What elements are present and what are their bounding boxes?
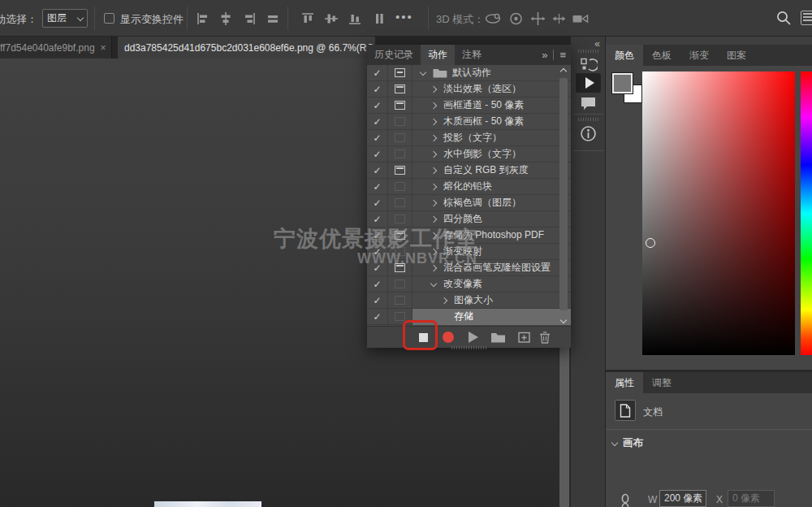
close-tab-icon[interactable]: × [101,42,106,54]
width-field[interactable]: 200 像素 [659,490,706,507]
dialog-toggle-icon[interactable] [395,166,405,175]
action-row-body[interactable]: 渐变映射 [412,244,571,260]
align-middle-horizontal-icon[interactable] [323,11,339,27]
action-row[interactable]: ✓自定义 RGB 到灰度 [367,162,571,179]
action-row[interactable]: ✓熔化的铅块 [367,179,571,195]
toggle-dialog-cell[interactable] [388,179,412,195]
panel-menu-icon[interactable]: ≡ [559,49,566,61]
tab-patterns[interactable]: 图案 [718,45,755,66]
chevron-right-icon[interactable] [430,85,437,92]
dialog-toggle-icon[interactable] [395,231,405,240]
action-row[interactable]: ✓图像大小 [367,292,571,309]
distribute-horizontal-icon[interactable] [265,11,281,27]
search-icon[interactable] [775,10,792,26]
panel-grip[interactable] [578,50,598,53]
align-right-icon[interactable] [241,11,257,27]
chevron-right-icon[interactable] [430,167,437,173]
toggle-item-check[interactable]: ✓ [367,292,388,309]
dialog-toggle-icon[interactable] [395,182,405,191]
document-tab-active[interactable]: dd3a785425d41d675bc2d031e608ef6e.png @ 6… [118,37,375,58]
dialog-toggle-icon[interactable] [395,84,405,93]
chevron-right-icon[interactable] [430,150,437,157]
toggle-item-check[interactable]: ✓ [367,260,388,276]
foreground-color-swatch[interactable] [612,73,633,93]
toggle-dialog-cell[interactable] [388,195,412,211]
action-row-body[interactable]: 改变像素 [412,276,571,292]
chevron-right-icon[interactable] [430,215,437,222]
more-options-icon[interactable]: ••• [395,10,413,24]
action-row-body[interactable]: 画框通道 - 50 像素 [412,98,571,114]
action-row[interactable]: ✓木质画框 - 50 像素 [367,114,571,130]
toggle-dialog-cell[interactable] [388,98,412,114]
chevron-right-icon[interactable] [430,183,437,189]
action-row[interactable]: ✓混合器画笔克隆绘图设置 [367,260,571,276]
chevron-right-icon[interactable] [430,248,437,254]
x-field[interactable]: 0 像素 [728,490,775,507]
action-row-body[interactable]: 投影（文字） [412,130,571,146]
delete-action-button[interactable] [536,327,554,348]
action-row-body[interactable]: 图像大小 [412,292,571,309]
tab-gradients[interactable]: 渐变 [680,45,718,66]
panel-grip[interactable] [578,118,598,121]
tab-adjustments[interactable]: 调整 [643,372,680,393]
action-row[interactable]: ✓存储为 Photoshop PDF [367,228,571,244]
document-tab-inactive[interactable]: ff7d54e040afe9bf.png × [0,37,112,58]
action-row[interactable]: ✓棕褐色调（图层） [367,195,571,211]
align-left-icon[interactable] [195,11,211,27]
play-action-button[interactable] [464,327,482,348]
toggle-dialog-cell[interactable] [388,276,412,292]
dialog-toggle-icon[interactable] [395,117,405,126]
canvas-section-header[interactable]: 画布 [612,436,643,450]
toggle-dialog-cell[interactable] [388,162,412,179]
dialog-toggle-icon[interactable] [395,312,405,321]
record-button[interactable] [439,327,457,348]
toggle-dialog-cell[interactable] [388,130,412,146]
toggle-item-check[interactable]: ✓ [367,179,388,195]
distribute-vertical-icon[interactable] [371,11,387,27]
action-row[interactable]: ✓投影（文字） [367,130,571,146]
chevron-right-icon[interactable] [430,264,437,271]
toggle-item-check[interactable]: ✓ [367,130,388,146]
chevron-down-icon[interactable] [420,68,426,75]
dialog-toggle-icon[interactable] [395,150,405,158]
tab-notes[interactable]: 注释 [455,45,489,65]
action-row[interactable]: ✓存储 [367,309,571,325]
chevron-right-icon[interactable] [430,199,437,206]
action-row[interactable]: ✓水中倒影（文字） [367,146,571,162]
toggle-dialog-cell[interactable] [388,81,412,98]
expand-panel-icon[interactable]: » [542,49,547,61]
toggle-item-check[interactable]: ✓ [367,228,388,244]
3d-pan-icon[interactable] [529,11,547,27]
chevron-right-icon[interactable] [441,297,447,303]
toggle-item-check[interactable]: ✓ [367,81,388,98]
action-row-body[interactable]: 默认动作 [412,65,571,81]
action-row-body[interactable]: 淡出效果（选区） [412,81,571,98]
color-field-cursor[interactable] [646,238,655,248]
chevron-right-icon[interactable] [430,134,437,141]
color-saturation-field[interactable] [642,72,795,355]
toggle-item-check[interactable]: ✓ [367,195,388,211]
tab-color[interactable]: 颜色 [606,45,643,66]
info-panel-icon[interactable] [579,124,598,143]
tab-actions[interactable]: 动作 [421,45,455,65]
toggle-item-check[interactable]: ✓ [367,276,388,292]
action-row-body[interactable]: 水中倒影（文字） [412,146,571,162]
toggle-item-check[interactable]: ✓ [367,211,388,228]
new-action-button[interactable] [515,327,533,348]
toggle-item-check[interactable]: ✓ [367,114,388,130]
action-row[interactable]: ✓渐变映射 [367,244,571,260]
toggle-item-check[interactable]: ✓ [367,146,388,162]
chevron-right-icon[interactable] [430,102,437,108]
dialog-toggle-icon[interactable] [395,68,405,77]
action-row-body[interactable]: 混合器画笔克隆绘图设置 [412,260,571,276]
chevron-right-icon[interactable] [430,232,437,238]
history-panel-icon[interactable] [579,56,598,75]
action-row[interactable]: ✓淡出效果（选区） [367,81,571,98]
auto-select-dropdown[interactable]: 图层 [42,9,88,28]
action-row-body[interactable]: 四分颜色 [412,211,571,228]
show-transform-checkbox[interactable] [104,13,114,24]
collapse-panels-icon[interactable]: « [594,38,600,50]
toggle-item-check[interactable]: ✓ [367,162,388,179]
toggle-item-check[interactable]: ✓ [367,65,388,81]
action-row-body[interactable]: 棕褐色调（图层） [412,195,571,211]
